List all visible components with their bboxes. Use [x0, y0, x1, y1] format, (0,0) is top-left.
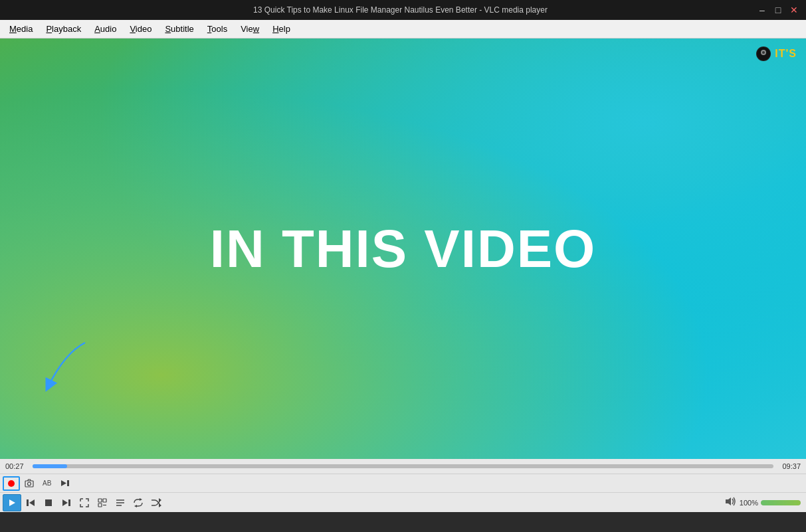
frame-step-icon: [60, 479, 70, 488]
svg-rect-11: [27, 499, 29, 506]
time-total: 09:37: [777, 462, 801, 470]
controls-row2: 100%: [0, 492, 806, 512]
volume-icon: [725, 496, 737, 509]
svg-rect-4: [25, 481, 33, 487]
menu-media[interactable]: Media: [3, 21, 39, 37]
record-button[interactable]: [3, 476, 20, 491]
svg-marker-22: [140, 498, 142, 501]
svg-point-2: [762, 51, 765, 54]
svg-marker-7: [61, 480, 66, 486]
next-button[interactable]: [58, 495, 75, 510]
svg-rect-8: [67, 480, 69, 486]
stop-icon: [45, 499, 52, 507]
menu-subtitle[interactable]: Subtitle: [158, 21, 200, 37]
svg-marker-10: [29, 499, 35, 506]
record-dot-icon: [8, 480, 15, 487]
svg-rect-12: [45, 499, 52, 506]
watermark-icon: [756, 46, 771, 61]
maximize-button[interactable]: □: [771, 3, 785, 17]
seekbar-track[interactable]: [33, 464, 773, 468]
ab-loop-icon: AB: [43, 479, 52, 488]
seekbar-area: 00:27 09:37: [0, 459, 806, 474]
extended-settings-icon: [98, 498, 107, 507]
random-icon: [151, 498, 161, 507]
fullscreen-button[interactable]: [76, 495, 93, 510]
playlist-icon: [116, 498, 125, 507]
stop-button[interactable]: [40, 495, 57, 510]
watermark-text: IT'S: [775, 48, 797, 60]
svg-marker-13: [62, 499, 68, 506]
menu-playback[interactable]: Playback: [39, 21, 88, 37]
time-current: 00:27: [5, 462, 29, 470]
camera-icon: [25, 479, 34, 488]
menu-help[interactable]: Help: [266, 21, 297, 37]
speaker-icon: [725, 496, 737, 507]
svg-marker-25: [159, 503, 161, 507]
svg-marker-23: [134, 505, 137, 507]
seekbar-fill: [33, 464, 67, 468]
loop-icon: [133, 498, 144, 507]
controls-row1: AB: [0, 474, 806, 492]
play-icon: [8, 499, 16, 507]
svg-marker-9: [9, 499, 15, 506]
window-title: 13 Quick Tips to Make Linux File Manager…: [45, 5, 756, 15]
watermark: IT'S: [756, 46, 797, 61]
close-button[interactable]: ✕: [787, 3, 801, 17]
titlebar: 13 Quick Tips to Make Linux File Manager…: [0, 0, 806, 20]
menubar: Media Playback Audio Video Subtitle Tool…: [0, 20, 806, 39]
video-main-text: IN THIS VIDEO: [210, 219, 597, 280]
volume-bar[interactable]: [761, 500, 801, 505]
window-controls: – □ ✕: [756, 3, 801, 17]
playlist-button[interactable]: [112, 495, 129, 510]
volume-label: 100%: [740, 499, 758, 507]
snapshot-button[interactable]: [21, 476, 38, 491]
menu-tools[interactable]: Tools: [201, 21, 234, 37]
volume-fill: [761, 500, 801, 505]
loop-button[interactable]: [130, 495, 147, 510]
svg-marker-24: [159, 498, 161, 502]
svg-point-5: [28, 482, 31, 486]
svg-marker-26: [726, 497, 731, 505]
svg-text:AB: AB: [43, 480, 52, 487]
play-button[interactable]: [3, 494, 21, 511]
next-icon: [62, 499, 71, 507]
menu-audio[interactable]: Audio: [88, 21, 123, 37]
previous-icon: [26, 499, 35, 507]
frame-step-button[interactable]: [56, 476, 74, 491]
extended-settings-button[interactable]: [94, 495, 111, 510]
menu-video[interactable]: Video: [123, 21, 158, 37]
svg-rect-17: [98, 503, 102, 507]
fullscreen-icon: [80, 498, 89, 507]
svg-rect-15: [98, 499, 102, 502]
previous-button[interactable]: [22, 495, 39, 510]
menu-view[interactable]: View: [234, 21, 266, 37]
svg-rect-14: [68, 499, 70, 506]
svg-rect-16: [103, 499, 106, 502]
video-area: IT'S IN THIS VIDEO: [0, 39, 806, 459]
random-button[interactable]: [148, 495, 165, 510]
minimize-button[interactable]: –: [756, 3, 769, 17]
volume-area: 100%: [725, 496, 801, 509]
ab-loop-button[interactable]: AB: [39, 476, 56, 491]
